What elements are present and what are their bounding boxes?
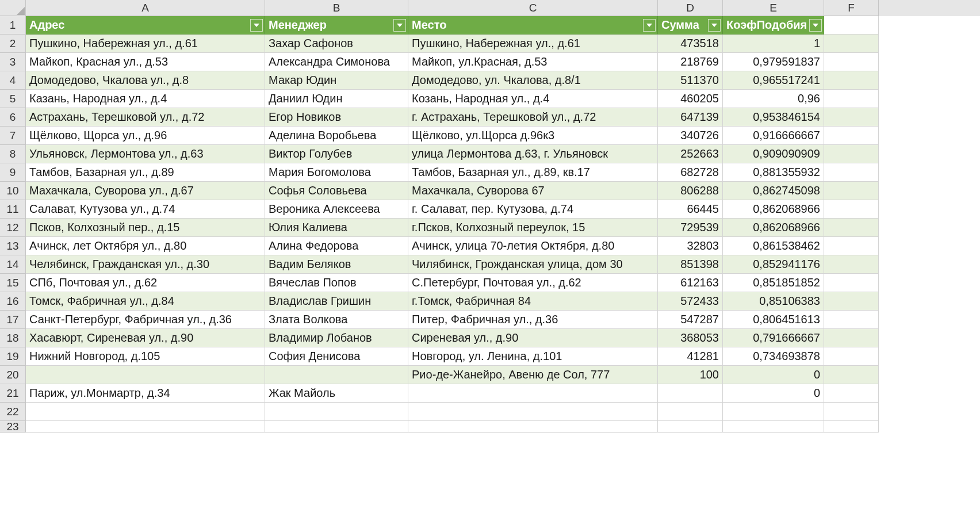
cell-d7[interactable]: 340726 (658, 127, 723, 145)
cell-a8[interactable]: Ульяновск, Лермонтова ул., д.63 (26, 145, 265, 163)
cell-b11[interactable]: Вероника Алексеева (265, 200, 408, 219)
cell-e12[interactable]: 0,862068966 (723, 219, 824, 237)
cell-a7[interactable]: Щёлково, Щорса ул., д.96 (26, 127, 265, 145)
cell-f1[interactable] (824, 16, 879, 35)
header-place[interactable]: Место (408, 16, 658, 35)
cell-c17[interactable]: Питер, Фабричная ул., д.36 (408, 311, 658, 329)
cell-e6[interactable]: 0,953846154 (723, 108, 824, 127)
cell-f11[interactable] (824, 200, 879, 219)
cell-f9[interactable] (824, 163, 879, 182)
cell-b18[interactable]: Владимир Лобанов (265, 329, 408, 347)
cell-e20[interactable]: 0 (723, 366, 824, 384)
cell-f3[interactable] (824, 53, 879, 71)
cell-f22[interactable] (824, 403, 879, 421)
cell-e11[interactable]: 0,862068966 (723, 200, 824, 219)
cell-c16[interactable]: г.Томск, Фабричная 84 (408, 292, 658, 311)
cell-a10[interactable]: Махачкала, Суворова ул., д.67 (26, 182, 265, 200)
cell-f18[interactable] (824, 329, 879, 347)
row-header-16[interactable]: 16 (0, 292, 26, 311)
cell-e9[interactable]: 0,881355932 (723, 163, 824, 182)
cell-b21[interactable]: Жак Майоль (265, 384, 408, 403)
cell-c18[interactable]: Сиреневая ул., д.90 (408, 329, 658, 347)
cell-b15[interactable]: Вячеслав Попов (265, 274, 408, 292)
filter-button-coef[interactable] (809, 19, 822, 32)
cell-c5[interactable]: Козань, Народная ул., д.4 (408, 90, 658, 108)
cell-c13[interactable]: Ачинск, улица 70-летия Октября, д.80 (408, 237, 658, 255)
cell-c23[interactable] (408, 421, 658, 433)
cell-d2[interactable]: 473518 (658, 35, 723, 53)
cell-a11[interactable]: Салават, Кутузова ул., д.74 (26, 200, 265, 219)
cell-e19[interactable]: 0,734693878 (723, 347, 824, 366)
cell-f6[interactable] (824, 108, 879, 127)
cell-d5[interactable]: 460205 (658, 90, 723, 108)
cell-f19[interactable] (824, 347, 879, 366)
row-header-3[interactable]: 3 (0, 53, 26, 71)
cell-c22[interactable] (408, 403, 658, 421)
cell-d23[interactable] (658, 421, 723, 433)
cell-c19[interactable]: Новгород, ул. Ленина, д.101 (408, 347, 658, 366)
cell-b3[interactable]: Александра Симонова (265, 53, 408, 71)
cell-f21[interactable] (824, 384, 879, 403)
cell-e14[interactable]: 0,852941176 (723, 255, 824, 274)
header-coef[interactable]: КоэфПодобия (723, 16, 824, 35)
cell-f23[interactable] (824, 421, 879, 433)
row-header-21[interactable]: 21 (0, 384, 26, 403)
cell-b8[interactable]: Виктор Голубев (265, 145, 408, 163)
select-all-corner[interactable] (0, 0, 26, 16)
cell-f15[interactable] (824, 274, 879, 292)
cell-d11[interactable]: 66445 (658, 200, 723, 219)
cell-e15[interactable]: 0,851851852 (723, 274, 824, 292)
cell-b16[interactable]: Владислав Гришин (265, 292, 408, 311)
cell-a2[interactable]: Пушкино, Набережная ул., д.61 (26, 35, 265, 53)
cell-d4[interactable]: 511370 (658, 71, 723, 90)
filter-button-address[interactable] (250, 19, 263, 32)
cell-f2[interactable] (824, 35, 879, 53)
cell-f17[interactable] (824, 311, 879, 329)
row-header-17[interactable]: 17 (0, 311, 26, 329)
row-header-23[interactable]: 23 (0, 421, 26, 433)
cell-f7[interactable] (824, 127, 879, 145)
cell-b4[interactable]: Макар Юдин (265, 71, 408, 90)
cell-f8[interactable] (824, 145, 879, 163)
cell-e18[interactable]: 0,791666667 (723, 329, 824, 347)
cell-f16[interactable] (824, 292, 879, 311)
cell-e21[interactable]: 0 (723, 384, 824, 403)
cell-a23[interactable] (26, 421, 265, 433)
filter-button-manager[interactable] (393, 19, 406, 32)
cell-d14[interactable]: 851398 (658, 255, 723, 274)
cell-a16[interactable]: Томск, Фабричная ул., д.84 (26, 292, 265, 311)
cell-e3[interactable]: 0,979591837 (723, 53, 824, 71)
cell-b5[interactable]: Даниил Юдин (265, 90, 408, 108)
cell-d6[interactable]: 647139 (658, 108, 723, 127)
row-header-18[interactable]: 18 (0, 329, 26, 347)
cell-e17[interactable]: 0,806451613 (723, 311, 824, 329)
header-address[interactable]: Адрес (26, 16, 265, 35)
row-header-7[interactable]: 7 (0, 127, 26, 145)
row-header-9[interactable]: 9 (0, 163, 26, 182)
cell-d12[interactable]: 729539 (658, 219, 723, 237)
cell-a6[interactable]: Астрахань, Терешковой ул., д.72 (26, 108, 265, 127)
cell-b2[interactable]: Захар Сафонов (265, 35, 408, 53)
cell-c20[interactable]: Рио-де-Жанейро, Авеню де Сол, 777 (408, 366, 658, 384)
header-sum[interactable]: Сумма (658, 16, 723, 35)
col-header-b[interactable]: B (265, 0, 408, 16)
cell-c11[interactable]: г. Салават, пер. Кутузова, д.74 (408, 200, 658, 219)
filter-button-sum[interactable] (708, 19, 721, 32)
cell-b14[interactable]: Вадим Беляков (265, 255, 408, 274)
cell-e22[interactable] (723, 403, 824, 421)
cell-c15[interactable]: С.Петербург, Почтовая ул., д.62 (408, 274, 658, 292)
cell-f5[interactable] (824, 90, 879, 108)
cell-b17[interactable]: Злата Волкова (265, 311, 408, 329)
cell-b9[interactable]: Мария Богомолова (265, 163, 408, 182)
col-header-a[interactable]: A (26, 0, 265, 16)
cell-c14[interactable]: Чилябинск, Грожданская улица, дом 30 (408, 255, 658, 274)
cell-b6[interactable]: Егор Новиков (265, 108, 408, 127)
row-header-14[interactable]: 14 (0, 255, 26, 274)
cell-f14[interactable] (824, 255, 879, 274)
col-header-f[interactable]: F (824, 0, 879, 16)
cell-b23[interactable] (265, 421, 408, 433)
cell-c2[interactable]: Пушкино, Набережная ул., д.61 (408, 35, 658, 53)
cell-d9[interactable]: 682728 (658, 163, 723, 182)
cell-a12[interactable]: Псков, Колхозный пер., д.15 (26, 219, 265, 237)
cell-a14[interactable]: Челябинск, Гражданская ул., д.30 (26, 255, 265, 274)
